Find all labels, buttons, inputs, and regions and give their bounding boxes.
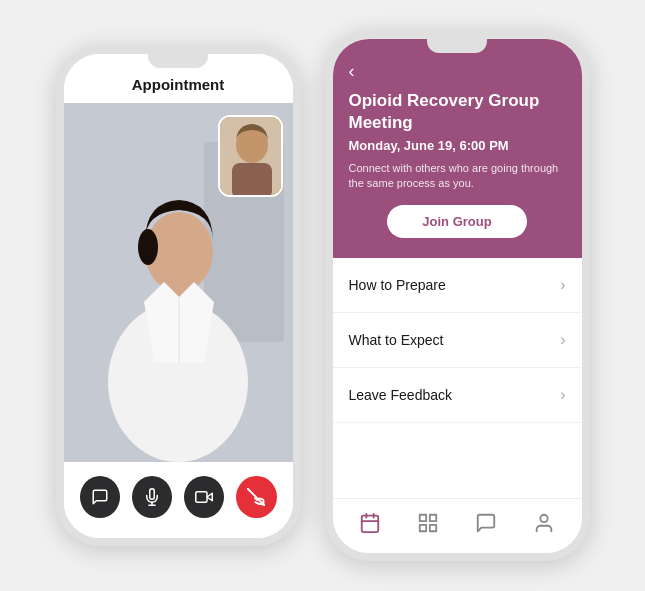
back-button[interactable]: ‹ bbox=[349, 61, 355, 82]
menu-item-how-to-prepare[interactable]: How to Prepare › bbox=[333, 258, 582, 313]
svg-rect-21 bbox=[430, 514, 436, 520]
nav-calendar[interactable] bbox=[356, 509, 384, 537]
call-controls bbox=[64, 462, 293, 538]
message-icon bbox=[475, 512, 497, 534]
svg-marker-13 bbox=[207, 493, 212, 501]
svg-rect-14 bbox=[196, 491, 207, 502]
meeting-datetime: Monday, June 19, 6:00 PM bbox=[349, 138, 566, 153]
menu-item-leave-feedback[interactable]: Leave Feedback › bbox=[333, 368, 582, 423]
leave-feedback-label: Leave Feedback bbox=[349, 387, 453, 403]
mic-button[interactable] bbox=[132, 476, 172, 518]
meeting-title: Opioid Recovery Group Meeting bbox=[349, 90, 566, 134]
chevron-icon-1: › bbox=[560, 331, 565, 349]
grid-icon bbox=[417, 512, 439, 534]
how-to-prepare-label: How to Prepare bbox=[349, 277, 446, 293]
nav-profile[interactable] bbox=[530, 509, 558, 537]
appointment-title: Appointment bbox=[64, 54, 293, 103]
bottom-nav bbox=[333, 498, 582, 553]
person-icon bbox=[533, 512, 555, 534]
chat-button[interactable] bbox=[80, 476, 120, 518]
menu-item-what-to-expect[interactable]: What to Expect › bbox=[333, 313, 582, 368]
end-call-button[interactable] bbox=[236, 476, 276, 518]
calendar-icon bbox=[359, 512, 381, 534]
chat-icon bbox=[91, 488, 109, 506]
meeting-description: Connect with others who are going throug… bbox=[349, 161, 566, 192]
svg-point-24 bbox=[541, 514, 548, 521]
pip-video bbox=[218, 115, 283, 197]
nav-chat[interactable] bbox=[472, 509, 500, 537]
video-icon bbox=[195, 488, 213, 506]
left-phone: Appointment bbox=[56, 46, 301, 546]
svg-rect-16 bbox=[361, 515, 378, 532]
svg-rect-10 bbox=[232, 163, 272, 197]
svg-rect-22 bbox=[420, 524, 426, 530]
nav-grid[interactable] bbox=[414, 509, 442, 537]
app-header: ‹ Opioid Recovery Group Meeting Monday, … bbox=[333, 39, 582, 259]
svg-rect-20 bbox=[420, 514, 426, 520]
menu-list: How to Prepare › What to Expect › Leave … bbox=[333, 258, 582, 497]
svg-rect-23 bbox=[430, 524, 436, 530]
right-phone: ‹ Opioid Recovery Group Meeting Monday, … bbox=[325, 31, 590, 561]
video-button[interactable] bbox=[184, 476, 224, 518]
chevron-icon-2: › bbox=[560, 386, 565, 404]
join-group-button[interactable]: Join Group bbox=[387, 205, 527, 238]
end-call-icon bbox=[247, 488, 265, 506]
svg-point-5 bbox=[138, 229, 158, 265]
pip-person-figure bbox=[220, 117, 283, 197]
mic-icon bbox=[143, 488, 161, 506]
what-to-expect-label: What to Expect bbox=[349, 332, 444, 348]
video-area bbox=[64, 103, 293, 462]
chevron-icon-0: › bbox=[560, 276, 565, 294]
